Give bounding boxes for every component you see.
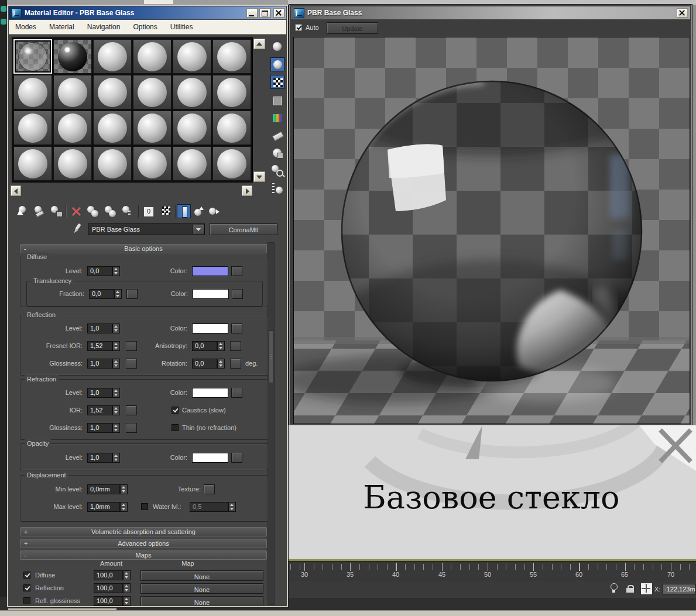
timeline-ruler[interactable]: 30 35 40 45 50 55 60 65 70 <box>288 561 696 580</box>
anisotropy-field[interactable]: 0,0 <box>192 341 217 351</box>
water-level-field[interactable]: 0,5 <box>190 502 228 512</box>
caustics-checkbox[interactable] <box>172 407 179 414</box>
sample-slot-9[interactable] <box>93 75 132 109</box>
opacity-level-field[interactable]: 1,0 <box>87 453 112 463</box>
chevron-down-icon[interactable] <box>193 225 204 234</box>
min-level-spinner[interactable] <box>120 484 128 494</box>
opacity-color-swatch[interactable] <box>192 453 228 463</box>
material-map-navigator-button[interactable] <box>270 181 284 195</box>
sample-slot-7[interactable] <box>13 75 52 109</box>
get-material-button[interactable] <box>18 205 30 218</box>
refraction-level-spinner[interactable] <box>112 388 120 398</box>
reflection-glossiness-map-button[interactable] <box>126 359 137 369</box>
minimize-button[interactable] <box>246 8 258 18</box>
opacity-level-spinner[interactable] <box>112 453 120 463</box>
displacement-texture-map-button[interactable] <box>204 484 215 494</box>
ior-field[interactable]: 1,52 <box>87 405 112 415</box>
diffuse-color-map-button[interactable] <box>231 266 242 276</box>
translucency-fraction-map-button[interactable] <box>126 289 138 299</box>
sample-slot-10[interactable] <box>133 75 172 109</box>
reflection-level-spinner[interactable] <box>112 324 120 333</box>
make-material-copy-button[interactable] <box>86 205 99 218</box>
diffuse-level-field[interactable]: 0,0 <box>87 266 112 276</box>
refl-glossiness-map-amount-spinner[interactable] <box>123 596 131 606</box>
sample-slot-16[interactable] <box>133 111 172 145</box>
show-end-result-button[interactable] <box>177 204 191 218</box>
sample-slot-8[interactable] <box>53 75 92 109</box>
refraction-glossiness-field[interactable]: 1,0 <box>87 423 112 433</box>
sample-slot-1[interactable] <box>13 39 52 74</box>
material-type-button[interactable]: CoronaMtl <box>210 223 277 235</box>
sample-slot-6[interactable] <box>212 39 251 74</box>
slots-scroll-left-button[interactable] <box>11 185 21 196</box>
sample-slot-24[interactable] <box>212 146 251 181</box>
slots-scroll-down-button[interactable] <box>253 171 265 182</box>
max-level-field[interactable]: 1,0mm <box>87 502 120 512</box>
go-forward-to-sibling-button[interactable] <box>208 205 221 218</box>
backlight-button[interactable] <box>270 57 284 71</box>
refraction-color-map-button[interactable] <box>231 388 242 398</box>
refraction-color-swatch[interactable] <box>192 388 228 398</box>
sample-slot-12[interactable] <box>212 75 251 109</box>
video-color-check-button[interactable] <box>270 111 284 125</box>
maximize-button[interactable] <box>259 8 271 18</box>
rollout-advanced[interactable]: + Advanced options <box>20 539 267 548</box>
refraction-glossiness-map-button[interactable] <box>126 423 137 433</box>
slots-scroll-up-button[interactable] <box>253 39 265 49</box>
reflection-map-amount-spinner[interactable] <box>123 583 131 593</box>
rotation-spinner[interactable] <box>217 359 225 369</box>
menu-options[interactable]: Options <box>126 23 163 31</box>
diffuse-level-spinner[interactable] <box>112 266 120 276</box>
background-button[interactable] <box>270 75 284 89</box>
go-to-parent-button[interactable] <box>193 205 205 218</box>
sample-slot-3[interactable] <box>93 39 132 74</box>
material-id-channel-button[interactable] <box>142 205 155 218</box>
rotation-field[interactable]: 0,0 <box>192 359 217 369</box>
reflection-color-map-button[interactable] <box>231 324 242 333</box>
refl-glossiness-map-amount-field[interactable]: 100,0 <box>94 596 123 606</box>
reflection-map-slot-button[interactable]: None <box>140 583 263 594</box>
reflection-level-field[interactable]: 1,0 <box>87 324 112 333</box>
menu-material[interactable]: Material <box>43 23 81 31</box>
sample-uv-tiling-button[interactable] <box>270 94 284 108</box>
sample-slot-18[interactable] <box>212 111 251 145</box>
diffuse-map-amount-spinner[interactable] <box>123 570 131 580</box>
menu-navigation[interactable]: Navigation <box>81 23 127 31</box>
rollout-maps[interactable]: - Maps <box>20 550 267 560</box>
select-by-material-button[interactable] <box>270 164 284 178</box>
fresnel-ior-spinner[interactable] <box>112 341 120 351</box>
assign-material-to-selection-button[interactable] <box>50 205 63 218</box>
sample-slot-2[interactable] <box>53 39 92 74</box>
rollout-basic-options[interactable]: - Basic options <box>20 244 267 253</box>
make-unique-button[interactable] <box>104 205 116 218</box>
reset-map-button[interactable] <box>70 205 83 218</box>
reflection-glossiness-field[interactable]: 1,0 <box>87 359 112 369</box>
rollout-scrollbar[interactable] <box>268 242 275 605</box>
sample-slot-14[interactable] <box>53 111 92 145</box>
rotation-map-button[interactable] <box>230 359 241 369</box>
make-preview-button[interactable] <box>270 129 284 143</box>
transform-gizmo-icon[interactable] <box>640 583 653 595</box>
diffuse-color-swatch[interactable] <box>192 266 228 276</box>
reflection-map-amount-field[interactable]: 100,0 <box>94 583 123 593</box>
diffuse-map-amount-field[interactable]: 100,0 <box>94 570 123 580</box>
sample-slot-15[interactable] <box>93 111 132 145</box>
fresnel-ior-map-button[interactable] <box>126 341 137 351</box>
sample-slot-4[interactable] <box>133 39 172 74</box>
ior-spinner[interactable] <box>112 405 120 415</box>
fresnel-ior-field[interactable]: 1,52 <box>87 341 112 351</box>
thin-checkbox[interactable] <box>172 424 179 431</box>
scrollbar-thumb[interactable] <box>269 331 273 383</box>
rollout-volumetric[interactable]: + Volumetric absorption and scattering <box>20 527 267 536</box>
render-window-titlebar[interactable]: PBR Base Glass <box>291 6 690 19</box>
material-editor-titlebar[interactable]: Material Editor - PBR Base Glass <box>9 6 286 19</box>
sample-slot-5[interactable] <box>173 39 211 74</box>
update-button[interactable]: Update <box>327 22 378 34</box>
show-shaded-in-viewport-button[interactable] <box>160 205 173 218</box>
translucency-fraction-field[interactable]: 0,0 <box>89 289 114 299</box>
min-level-field[interactable]: 0,0mm <box>87 484 120 494</box>
anisotropy-spinner[interactable] <box>217 341 225 351</box>
sample-slot-22[interactable] <box>133 146 172 181</box>
slots-scroll-right-button[interactable] <box>242 185 252 196</box>
sample-slot-17[interactable] <box>173 111 211 145</box>
